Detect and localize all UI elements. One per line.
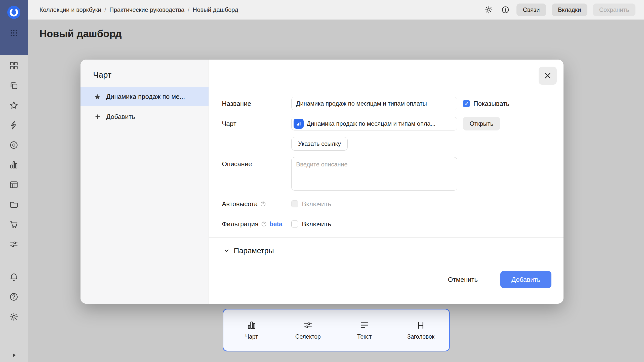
save-button[interactable]: Сохранить — [593, 4, 635, 16]
files-icon[interactable] — [6, 200, 22, 210]
link-row: Указать ссылку — [291, 137, 348, 151]
logo-block — [0, 0, 28, 55]
specify-link-button[interactable]: Указать ссылку — [291, 137, 348, 151]
name-label: Название — [222, 100, 291, 108]
description-row: Описание — [222, 157, 457, 191]
breadcrumb-separator: / — [188, 6, 189, 13]
star-icon — [94, 93, 101, 101]
breadcrumb-collections[interactable]: Коллекции и воркбуки — [39, 6, 101, 13]
app-window: Коллекции и воркбуки / Практические руко… — [0, 0, 644, 362]
help-circle-icon[interactable] — [260, 201, 266, 207]
autoheight-checkbox — [291, 200, 298, 207]
dock-item-chart[interactable]: Чарт — [223, 309, 280, 351]
show-checkbox[interactable] — [463, 100, 470, 107]
dock-item-heading[interactable]: Заголовок — [393, 309, 449, 351]
top-header: Коллекции и воркбуки / Практические руко… — [28, 0, 644, 20]
filtering-checkbox-label: Включить — [302, 220, 331, 228]
section-divider — [209, 237, 564, 238]
add-chart-dialog: Чарт Динамика продаж по ме... Добавить — [80, 60, 564, 304]
breadcrumb-separator: / — [104, 6, 106, 13]
help-circle-icon[interactable] — [261, 221, 267, 227]
show-checkbox-label: Показывать — [473, 100, 509, 108]
filtering-row: Фильтрация beta Включить — [222, 217, 331, 231]
rail-bottom — [0, 351, 28, 359]
autoheight-label-text: Автовысота — [222, 200, 258, 208]
params-section-label: Параметры — [234, 246, 274, 255]
marketplace-icon[interactable] — [6, 219, 22, 230]
close-icon[interactable] — [539, 67, 557, 85]
dialog-side-panel: Чарт Динамика продаж по ме... Добавить — [80, 60, 209, 304]
dock-item-text[interactable]: Текст — [336, 309, 393, 351]
add-button[interactable]: Добавить — [500, 271, 551, 288]
dock-item-label: Селектор — [295, 333, 321, 340]
settings-icon[interactable] — [6, 312, 22, 322]
autoheight-checkbox-label: Включить — [302, 200, 331, 208]
links-button[interactable]: Связи — [516, 4, 546, 16]
autoheight-row: Автовысота Включить — [222, 197, 331, 211]
breadcrumb-current: Новый дашборд — [193, 6, 238, 13]
autoheight-label: Автовысота — [222, 200, 291, 208]
services-icon[interactable] — [6, 239, 22, 249]
dialog-form: Название Показывать Чарт — [209, 60, 564, 304]
page-title: Новый дашборд — [39, 28, 122, 39]
dialog-title: Чарт — [93, 70, 209, 80]
sidebar-nav — [0, 55, 28, 322]
chart-select-field[interactable]: Динамика продаж по месяцам и типам опла.… — [291, 117, 457, 130]
dialog-footer: Отменить Добавить — [445, 271, 551, 288]
notifications-icon[interactable] — [6, 272, 22, 282]
name-row: Название Показывать — [222, 97, 509, 110]
sidebar-rail — [0, 0, 28, 362]
help-icon[interactable] — [6, 292, 22, 302]
dock-item-label: Чарт — [245, 333, 258, 340]
dock-item-label: Текст — [357, 333, 372, 340]
description-textarea[interactable] — [291, 157, 457, 191]
chart-row: Чарт Динамика продаж по месяцам и типам … — [222, 117, 500, 130]
check-icon — [464, 101, 469, 106]
datalens-logo[interactable] — [7, 6, 20, 19]
dock-item-selector[interactable]: Селектор — [280, 309, 336, 351]
dashboards-icon[interactable] — [6, 61, 22, 71]
header-actions: Связи Вкладки Сохранить — [483, 4, 635, 16]
filtering-label-text: Фильтрация — [222, 220, 258, 228]
info-icon[interactable] — [500, 4, 511, 15]
chevron-down-icon — [223, 247, 230, 254]
beta-badge: beta — [269, 220, 282, 228]
favorites-icon[interactable] — [6, 100, 22, 110]
workbooks-icon[interactable] — [6, 80, 22, 90]
params-section-toggle[interactable]: Параметры — [223, 245, 274, 257]
chart-type-icon — [294, 119, 304, 129]
tabs-button[interactable]: Вкладки — [552, 4, 587, 16]
gear-icon[interactable] — [483, 4, 494, 15]
add-chart-tab-button[interactable]: Добавить — [80, 109, 209, 124]
editor-icon[interactable] — [6, 120, 22, 130]
chart-label: Чарт — [222, 120, 291, 128]
tables-icon[interactable] — [6, 180, 22, 190]
widget-dock: Чарт Селектор Текст Заголовок — [223, 309, 450, 351]
chart-list-item-label: Динамика продаж по ме... — [106, 93, 185, 101]
filtering-checkbox[interactable] — [291, 220, 298, 228]
chart-list: Динамика продаж по ме... Добавить — [80, 87, 209, 124]
plus-icon — [94, 113, 101, 120]
name-input[interactable] — [291, 97, 457, 110]
collapse-icon[interactable] — [9, 351, 20, 359]
charts-icon[interactable] — [6, 160, 22, 170]
description-label: Описание — [222, 157, 291, 171]
add-chart-tab-label: Добавить — [106, 113, 135, 121]
chart-list-item-selected[interactable]: Динамика продаж по ме... — [80, 87, 209, 106]
datasets-icon[interactable] — [6, 140, 22, 150]
cancel-button[interactable]: Отменить — [445, 271, 480, 288]
chart-select-value: Динамика продаж по месяцам и типам опла.… — [307, 120, 435, 127]
filtering-label: Фильтрация beta — [222, 220, 291, 228]
dock-item-label: Заголовок — [407, 333, 434, 340]
breadcrumb-guides[interactable]: Практические руководства — [109, 6, 184, 13]
apps-grid-icon[interactable] — [8, 27, 19, 38]
breadcrumb: Коллекции и воркбуки / Практические руко… — [39, 6, 238, 13]
open-chart-button[interactable]: Открыть — [463, 117, 500, 130]
